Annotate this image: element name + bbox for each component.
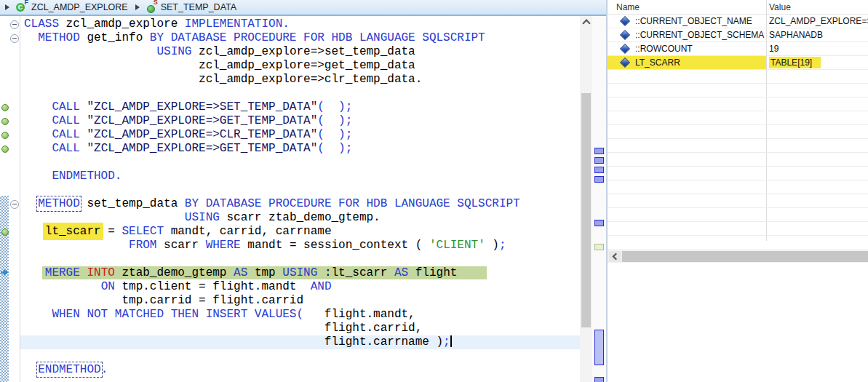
- code-editor[interactable]: CLASS zcl_amdp_explore IMPLEMENTATION. M…: [0, 16, 606, 382]
- scroll-up-button[interactable]: [580, 16, 592, 28]
- code-token: ( );: [317, 128, 352, 141]
- code-line[interactable]: METHOD set_temp_data BY DATABASE PROCEDU…: [20, 197, 580, 211]
- coverage-dot-icon[interactable]: [1, 228, 9, 236]
- code-line[interactable]: flight.carrid,: [20, 322, 580, 335]
- overview-marker[interactable]: [594, 176, 604, 183]
- code-line[interactable]: MERGE INTO ztab_demo_gtemp AS tmp USING …: [20, 266, 580, 280]
- code-line[interactable]: METHOD get_info BY DATABASE PROCEDURE FO…: [20, 31, 580, 45]
- code-line[interactable]: ON tmp.client = flight.mandt AND: [20, 280, 580, 294]
- variable-name-cell[interactable]: LT_SCARR: [608, 56, 766, 69]
- code-line[interactable]: USING zcl_amdp_explore=>set_temp_data: [20, 45, 580, 59]
- code-token: USING: [185, 211, 220, 224]
- code-line[interactable]: [20, 87, 580, 100]
- breadcrumb-method-name[interactable]: SET_TEMP_DATA: [161, 2, 236, 12]
- scroll-left-button[interactable]: [609, 251, 621, 262]
- coverage-dot-icon[interactable]: [1, 104, 9, 111]
- code-token: zcl_amdp_explore=>set_temp_data: [191, 45, 415, 58]
- code-token: AS: [234, 266, 247, 279]
- breadcrumb-expand-icon[interactable]: [5, 4, 9, 10]
- debug-current-statement: MERGE INTO ztab_demo_gtemp AS tmp USING …: [42, 266, 487, 279]
- column-header-name[interactable]: Name: [616, 2, 640, 12]
- editor-marker-bar[interactable]: [0, 16, 9, 382]
- code-token: ;: [499, 239, 506, 252]
- vertical-scrollbar-thumb[interactable]: [581, 93, 591, 327]
- code-token: IMPLEMENTATION.: [185, 17, 290, 31]
- code-line[interactable]: lt_scarr = SELECT mandt, carrid, carrnam…: [20, 225, 580, 239]
- collapse-icon[interactable]: [10, 200, 19, 209]
- code-line[interactable]: ENDMETHOD.: [20, 170, 580, 183]
- horizontal-scrollbar[interactable]: [608, 250, 868, 263]
- variable-name-cell[interactable]: ::CURRENT_OBJECT_NAME: [608, 15, 766, 28]
- code-line[interactable]: CALL "ZCL_AMDP_EXPLORE=>GET_TEMP_DATA"( …: [20, 114, 580, 128]
- code-line[interactable]: zcl_amdp_explore=>clr_temp_data.: [20, 73, 580, 87]
- overview-marker[interactable]: [594, 330, 604, 365]
- code-token: zcl_amdp_explore=>get_temp_data: [24, 59, 415, 72]
- code-token: "ZCL_AMDP_EXPLORE=>GET_TEMP_DATA": [87, 114, 317, 127]
- variable-row[interactable]: ::ROWCOUNT19: [608, 42, 868, 56]
- code-token: USING: [282, 266, 317, 279]
- variable-value-cell[interactable]: 19: [766, 42, 868, 55]
- code-line[interactable]: [20, 349, 580, 363]
- code-line[interactable]: CALL "ZCL_AMDP_EXPLORE=>CLR_TEMP_DATA"( …: [20, 128, 580, 142]
- overview-marker[interactable]: [594, 220, 604, 226]
- code-line[interactable]: WHEN NOT MATCHED THEN INSERT VALUES( fli…: [20, 308, 580, 322]
- code-line[interactable]: [20, 183, 580, 197]
- breadcrumb-class-name[interactable]: ZCL_AMDP_EXPLORE: [31, 2, 128, 12]
- variable-name-cell[interactable]: ::CURRENT_OBJECT_SCHEMA: [608, 28, 766, 41]
- code-line[interactable]: USING scarr ztab_demo_gtemp.: [20, 211, 580, 225]
- code-token: [24, 128, 52, 141]
- code-area[interactable]: CLASS zcl_amdp_explore IMPLEMENTATION. M…: [20, 17, 580, 377]
- variable-diamond-icon: [620, 57, 630, 68]
- empty-row: [608, 222, 868, 236]
- code-token: ON: [101, 280, 115, 293]
- code-line[interactable]: CALL "ZCL_AMDP_EXPLORE=>SET_TEMP_DATA"( …: [20, 100, 580, 114]
- variable-value-cell[interactable]: SAPHANADB: [766, 28, 868, 41]
- editor-fold-bar[interactable]: [9, 16, 20, 382]
- code-line[interactable]: FROM scarr WHERE mandt = session_context…: [20, 239, 580, 252]
- code-line[interactable]: [20, 252, 580, 266]
- variable-name-cell[interactable]: ::ROWCOUNT: [608, 42, 766, 55]
- code-line[interactable]: [20, 156, 580, 170]
- code-token: [80, 266, 87, 279]
- overview-marker[interactable]: [594, 377, 604, 382]
- variable-row[interactable]: ::CURRENT_OBJECT_SCHEMASAPHANADB: [608, 28, 868, 42]
- code-line[interactable]: tmp.carrid = flight.carrid: [20, 294, 580, 308]
- overview-marker[interactable]: [594, 167, 604, 173]
- variable-row[interactable]: ::CURRENT_OBJECT_NAMEZCL_AMDP_EXPLORE=>S: [608, 15, 868, 28]
- variable-row[interactable]: LT_SCARRTABLE[19]: [608, 56, 868, 70]
- code-token: scarr ztab_demo_gtemp.: [220, 211, 381, 224]
- overview-marker[interactable]: [594, 148, 604, 154]
- class-icon: C F: [16, 1, 28, 13]
- code-line[interactable]: flight.carrname );: [20, 335, 580, 349]
- code-token: lt_scarr: [45, 225, 101, 238]
- column-header-value[interactable]: Value: [769, 2, 791, 12]
- variable-value-cell[interactable]: ZCL_AMDP_EXPLORE=>S: [766, 15, 868, 28]
- code-token: [80, 128, 87, 141]
- code-token: AS: [394, 266, 408, 279]
- collapse-icon[interactable]: [10, 34, 19, 43]
- overview-marker[interactable]: [594, 244, 604, 250]
- variable-diamond-icon: [620, 44, 630, 54]
- breadcrumb: C F ZCL_AMDP_EXPLORE S SET_TEMP_DATA: [0, 0, 606, 16]
- code-line[interactable]: CALL "ZCL_AMDP_EXPLORE=>GET_TEMP_DATA"( …: [20, 142, 580, 156]
- code-token: flight: [408, 266, 485, 279]
- code-line[interactable]: zcl_amdp_explore=>get_temp_data: [20, 59, 580, 73]
- collapse-icon[interactable]: [10, 20, 19, 29]
- coverage-dot-icon[interactable]: [1, 118, 9, 125]
- code-token: [24, 363, 38, 376]
- text-caret: [450, 335, 452, 347]
- code-token: CALL: [52, 128, 79, 141]
- code-token: AND: [311, 280, 332, 293]
- code-token: tmp.carrid = flight.carrid: [24, 294, 303, 307]
- horizontal-scrollbar-thumb[interactable]: [622, 251, 868, 262]
- code-line[interactable]: CLASS zcl_amdp_explore IMPLEMENTATION.: [20, 17, 580, 31]
- vertical-scrollbar[interactable]: [580, 16, 592, 382]
- code-token: [24, 211, 185, 224]
- coverage-dot-icon[interactable]: [1, 132, 9, 139]
- coverage-dot-icon[interactable]: [1, 146, 9, 153]
- overview-ruler[interactable]: [592, 16, 606, 382]
- code-line[interactable]: ENDMETHOD.: [20, 363, 580, 377]
- overview-marker[interactable]: [594, 157, 604, 164]
- variable-value-cell[interactable]: TABLE[19]: [766, 56, 868, 69]
- code-token: flight.carrid,: [24, 322, 422, 335]
